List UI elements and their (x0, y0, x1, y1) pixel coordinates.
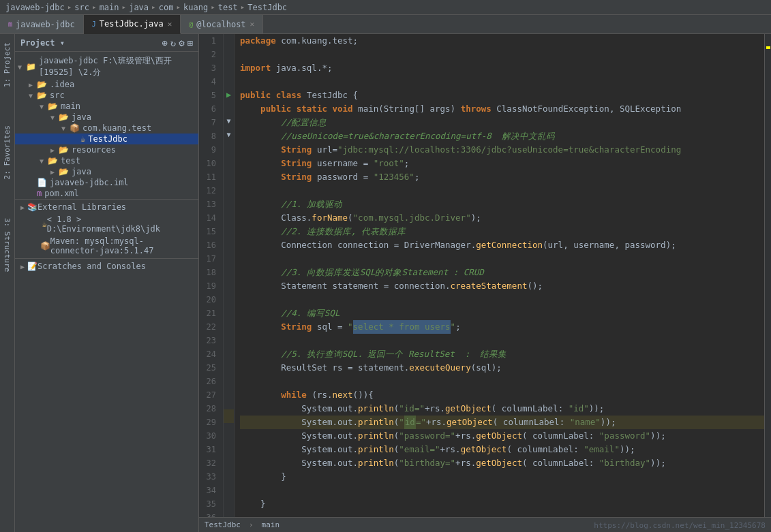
tab-localhost-label: @localhost (196, 20, 245, 29)
gc-18 (224, 262, 234, 276)
package-icon: 📦 (70, 123, 80, 133)
tree-item-resources[interactable]: ▶ 📂 resources (15, 144, 198, 155)
sidebar-action-settings[interactable]: ⚙ (179, 37, 184, 48)
run-icon[interactable]: ▶ (226, 90, 231, 99)
arrow-idea: ▶ (29, 81, 37, 89)
project-icon: 📁 (26, 62, 36, 72)
watermark-text: https://blog.csdn.net/wei_min_12345678 (594, 521, 766, 530)
tab-testjdbc-label: TestJdbc.java (100, 19, 164, 29)
ln-5: 5 (202, 89, 219, 102)
ln-21: 21 (202, 307, 219, 320)
ln-28: 28 (202, 402, 219, 416)
ln-32: 32 (202, 456, 219, 470)
tab-testjdbc-close[interactable]: ✕ (168, 20, 172, 29)
code-line-19: Statement statement = connection.createS… (240, 279, 764, 293)
tab-localhost-close[interactable]: ✕ (250, 20, 255, 29)
sidebar-action-expand[interactable]: ⊞ (187, 37, 193, 48)
tree-item-testjdbc[interactable]: ☕ TestJdbc (15, 134, 198, 144)
gc-34 (224, 477, 234, 490)
ext-lib-jdk[interactable]: ☕ < 1.8 > D:\Environment\jdk8\jdk (15, 213, 198, 235)
ext-lib-header[interactable]: ▶ 📚 External Libraries (15, 201, 198, 213)
gc-5[interactable]: ▶ (224, 88, 234, 101)
bottom-tab-testjdbc[interactable]: TestJdbc (205, 520, 241, 529)
fold-7-icon[interactable]: ▼ (226, 117, 230, 125)
arrow-test: ▼ (40, 157, 48, 165)
arrow-package: ▼ (61, 125, 70, 132)
ln-10: 10 (202, 157, 219, 170)
tree-item-test[interactable]: ▼ 📂 test (15, 155, 198, 166)
code-line-32: System.out.println("birthday="+rs.getObj… (240, 456, 764, 470)
tree-item-test-java[interactable]: ▶ 📂 java (15, 166, 198, 177)
code-line-21: //4. 编写SQL (240, 307, 764, 320)
code-line-29: System.out.println("id="+rs.getObject( c… (240, 416, 764, 429)
tree-item-main[interactable]: ▼ 📂 main (15, 101, 198, 112)
ln-16: 16 (202, 238, 219, 252)
gc-1 (224, 34, 234, 48)
code-line-31: System.out.println("email="+rs.getObject… (240, 443, 764, 456)
tree-item-idea[interactable]: ▶ 📂 .idea (15, 79, 198, 90)
code-line-9: String url="jdbc:mysql://localhost:3306/… (240, 143, 764, 157)
bottom-tab-main[interactable]: main (262, 520, 280, 529)
ext-lib-mysql[interactable]: 📦 Maven: mysql:mysql-connector-java:5.1.… (15, 235, 198, 257)
tree-item-iml[interactable]: 📄 javaveb-jdbc.iml (15, 177, 198, 188)
code-line-18: //3. 向数据库发送SQL的对象Statement : CRUD (240, 266, 764, 279)
vert-tab-structure[interactable]: 3: Structure (0, 213, 14, 277)
tab-testjdbc[interactable]: J TestJdbc.java ✕ (84, 15, 181, 34)
tree-item-package[interactable]: ▼ 📦 com.kuang.test (15, 123, 198, 134)
top-bar: javaweb-jdbc ▸ src ▸ main ▸ java ▸ com ▸… (0, 0, 771, 15)
sidebar-action-sync[interactable]: ↻ (170, 37, 176, 48)
jdk-label: < 1.8 > D:\Environment\jdk8\jdk (47, 215, 193, 234)
gc-8[interactable]: ▼ (224, 128, 234, 142)
vert-tab-favorites[interactable]: 2: Favorites (0, 120, 14, 185)
sidebar-action-add[interactable]: ⊕ (162, 37, 167, 48)
watermark: https://blog.csdn.net/wei_min_12345678 (594, 520, 766, 530)
gc-30 (224, 423, 234, 437)
src-folder-icon: 📂 (37, 91, 47, 100)
pom-icon: m (37, 189, 42, 198)
code-line-2 (240, 48, 764, 61)
fold-8-icon[interactable]: ▼ (226, 131, 230, 138)
scratches-item[interactable]: ▶ 📝 Scratches and Consoles (15, 260, 198, 272)
code-line-6: public static void main(String[] args) t… (240, 102, 764, 116)
gc-22 (224, 315, 234, 329)
tree-item-root[interactable]: ▼ 📁 javaweb-jdbc F:\班级管理\西开 [19525] \2.分 (15, 54, 198, 79)
tree-item-pom[interactable]: m pom.xml (15, 188, 198, 199)
java-label: java (72, 112, 91, 122)
db-icon: @ (189, 20, 193, 28)
idea-folder-icon: 📂 (37, 80, 47, 89)
ln-13: 13 (202, 198, 219, 211)
tab-pom[interactable]: m javaweb-jdbc (0, 15, 84, 33)
tree-item-java[interactable]: ▼ 📂 java (15, 112, 198, 123)
code-line-28: System.out.println("id="+rs.getObject( c… (240, 402, 764, 416)
code-line-16: Connection connection = DriverManager.ge… (240, 238, 764, 252)
sidebar-external-libraries: ▶ 📚 External Libraries ☕ < 1.8 > D:\Envi… (15, 199, 198, 258)
code-line-3: import java.sql.*; (240, 61, 764, 75)
tree-item-src[interactable]: ▼ 📂 src (15, 90, 198, 101)
ext-lib-icon: 📚 (27, 202, 37, 212)
ln-14: 14 (202, 211, 219, 225)
gc-13 (224, 195, 234, 208)
line-gutter: ▶ ▼ ▼ (224, 34, 235, 517)
scroll-marker-yellow (766, 46, 770, 49)
testjdbc-label: TestJdbc (88, 134, 127, 144)
code-line-5: public class TestJdbc { (240, 89, 764, 102)
gc-7[interactable]: ▼ (224, 114, 234, 128)
code-area[interactable]: package com.kuang.test; import java.sql.… (235, 34, 764, 517)
scratches-arrow: ▶ (20, 263, 25, 270)
sidebar-actions: ⊕ ↻ ⚙ ⊞ (162, 37, 193, 48)
ln-25: 25 (202, 361, 219, 375)
code-line-23 (240, 334, 764, 347)
java-src-icon: 📂 (59, 112, 69, 122)
gc-33 (224, 463, 234, 477)
bottom-tabs: TestJdbc › main (205, 520, 279, 529)
ln-17: 17 (202, 252, 219, 266)
gc-4 (224, 74, 234, 88)
ln-20: 20 (202, 293, 219, 307)
main-layout: 1: Project 2: Favorites 3: Structure Pro… (0, 34, 771, 532)
ln-22: 22 (202, 320, 219, 334)
line-numbers: 1 2 3 4 5 6 7 8 9 10 11 12 13 14 15 16 1… (199, 34, 224, 517)
vert-tab-project[interactable]: 1: Project (0, 37, 14, 93)
tab-localhost[interactable]: @ @localhost ✕ (181, 15, 263, 33)
ln-31: 31 (202, 443, 219, 456)
ln-23: 23 (202, 334, 219, 347)
